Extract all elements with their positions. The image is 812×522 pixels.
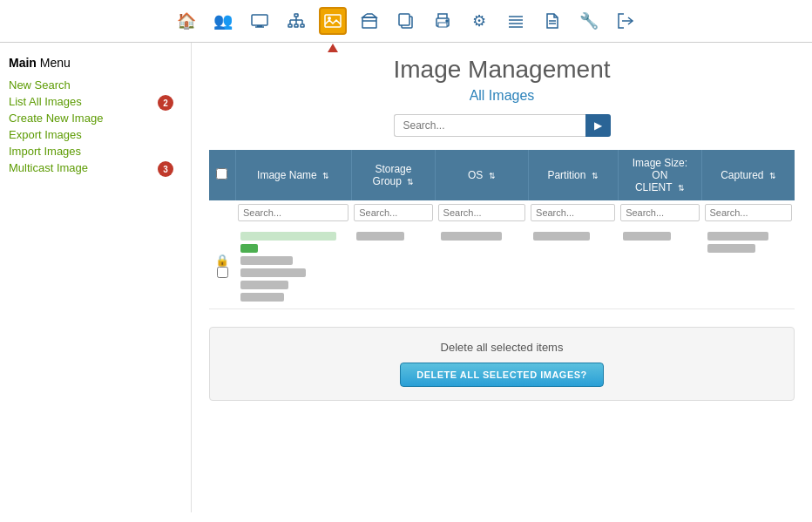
sidebar-item-export-images[interactable]: Export Images bbox=[9, 128, 182, 141]
svg-rect-14 bbox=[362, 17, 376, 28]
print-icon[interactable] bbox=[429, 7, 457, 35]
filter-size-input[interactable] bbox=[620, 204, 699, 221]
filter-name-cell bbox=[235, 200, 351, 225]
network-icon[interactable] bbox=[282, 7, 310, 35]
filter-captured-input[interactable] bbox=[705, 204, 792, 221]
storage-blurred bbox=[356, 232, 404, 241]
captured-blurred2 bbox=[707, 244, 755, 253]
svg-rect-6 bbox=[301, 24, 304, 27]
filter-partition-input[interactable] bbox=[531, 204, 615, 221]
filter-storage-input[interactable] bbox=[354, 204, 432, 221]
list-icon[interactable] bbox=[502, 7, 530, 35]
filter-name-input[interactable] bbox=[238, 204, 348, 221]
top-navigation: 🏠 👥 bbox=[0, 0, 812, 43]
content-area: Image Management All Images ▶ Image Name… bbox=[192, 43, 812, 512]
image-name-blurred2 bbox=[240, 244, 258, 253]
monitor-icon[interactable] bbox=[246, 7, 274, 35]
sidebar-item-multicast[interactable]: Multicast Image 3 bbox=[9, 161, 182, 174]
logout-icon[interactable] bbox=[612, 7, 639, 35]
col-header-size[interactable]: Image Size: ONCLIENT ⇅ bbox=[618, 150, 701, 200]
filter-storage-cell bbox=[351, 200, 435, 225]
row-size-cell bbox=[618, 225, 701, 309]
svg-rect-3 bbox=[294, 14, 298, 17]
svg-rect-17 bbox=[399, 14, 409, 25]
wrench-icon[interactable]: 🔧 bbox=[575, 7, 603, 35]
page-subtitle: All Images bbox=[209, 88, 795, 104]
search-button[interactable]: ▶ bbox=[585, 114, 611, 137]
settings-icon[interactable]: ⚙ bbox=[465, 7, 493, 35]
badge-list-images: 2 bbox=[158, 95, 173, 111]
row-checkbox[interactable] bbox=[217, 267, 228, 278]
filter-captured-cell bbox=[702, 200, 795, 225]
nav-pointer-arrow bbox=[328, 44, 338, 52]
image-sub2 bbox=[240, 268, 306, 277]
row-lock-cell: 🔒 bbox=[209, 225, 235, 309]
lock-icon: 🔒 bbox=[215, 254, 229, 267]
sort-arrows-os: ⇅ bbox=[489, 172, 496, 180]
size-blurred bbox=[623, 232, 671, 241]
sidebar-menu: New Search List All Images 2 Create New … bbox=[9, 78, 182, 174]
col-header-captured[interactable]: Captured ⇅ bbox=[702, 150, 795, 200]
sidebar-title: Main Menu bbox=[9, 56, 182, 70]
svg-rect-5 bbox=[294, 24, 298, 27]
filter-os-input[interactable] bbox=[438, 204, 525, 221]
image-sub3 bbox=[240, 281, 288, 289]
delete-section: Delete all selected items Delete all sel… bbox=[209, 327, 795, 401]
sort-arrows-storage: ⇅ bbox=[407, 178, 414, 186]
image-sub4 bbox=[240, 293, 284, 302]
sidebar-item-import-images[interactable]: Import Images bbox=[9, 145, 182, 158]
image-nav-icon[interactable] bbox=[319, 7, 347, 35]
svg-rect-0 bbox=[252, 15, 267, 25]
sort-arrows-partition: ⇅ bbox=[592, 172, 599, 180]
row-name-cell bbox=[235, 225, 351, 309]
image-name-blurred bbox=[240, 232, 336, 241]
search-bar: ▶ bbox=[209, 114, 795, 137]
search-input[interactable] bbox=[394, 114, 585, 137]
svg-rect-19 bbox=[438, 23, 447, 27]
col-header-storage-group[interactable]: StorageGroup ⇅ bbox=[351, 150, 435, 200]
sidebar: Main Menu New Search List All Images 2 C… bbox=[0, 43, 192, 512]
sort-arrows-captured: ⇅ bbox=[769, 172, 776, 180]
row-os-cell bbox=[436, 225, 528, 309]
copy-icon[interactable] bbox=[392, 7, 420, 35]
sidebar-item-list-images[interactable]: List All Images 2 bbox=[9, 95, 182, 108]
row-partition-cell bbox=[528, 225, 618, 309]
page-title: Image Management bbox=[209, 56, 795, 84]
sort-arrows-name: ⇅ bbox=[322, 172, 329, 180]
partition-blurred bbox=[533, 232, 590, 241]
row-storage-cell bbox=[351, 225, 435, 309]
col-header-image-name[interactable]: Image Name ⇅ bbox=[235, 150, 351, 200]
table-row: 🔒 bbox=[209, 225, 795, 309]
filter-partition-cell bbox=[528, 200, 618, 225]
os-blurred bbox=[441, 232, 502, 241]
filter-os-cell bbox=[436, 200, 528, 225]
filter-lock-cell bbox=[209, 200, 235, 225]
image-sub1 bbox=[240, 256, 293, 265]
images-table: Image Name ⇅ StorageGroup ⇅ OS ⇅ Partiti… bbox=[209, 150, 795, 309]
sidebar-item-new-search[interactable]: New Search bbox=[9, 78, 182, 92]
users-icon[interactable]: 👥 bbox=[209, 7, 237, 35]
row-captured-cell bbox=[702, 225, 795, 309]
svg-rect-12 bbox=[325, 15, 341, 27]
filter-size-cell bbox=[618, 200, 701, 225]
svg-point-20 bbox=[446, 20, 448, 22]
col-header-checkbox bbox=[209, 150, 235, 200]
col-header-os[interactable]: OS ⇅ bbox=[436, 150, 528, 200]
captured-blurred bbox=[707, 232, 768, 241]
select-all-checkbox[interactable] bbox=[216, 168, 227, 180]
doc-icon[interactable] bbox=[538, 7, 566, 35]
col-header-partition[interactable]: Partition ⇅ bbox=[528, 150, 618, 200]
delete-label: Delete all selected items bbox=[223, 341, 781, 354]
home-icon[interactable]: 🏠 bbox=[173, 7, 200, 35]
delete-all-button[interactable]: Delete all selected images? bbox=[400, 363, 604, 387]
filter-row bbox=[209, 200, 795, 225]
sort-arrows-size: ⇅ bbox=[678, 184, 685, 193]
box-icon[interactable] bbox=[355, 7, 383, 35]
main-layout: Main Menu New Search List All Images 2 C… bbox=[0, 43, 812, 512]
svg-rect-4 bbox=[288, 24, 292, 27]
badge-multicast: 3 bbox=[158, 161, 173, 177]
sidebar-item-create-image[interactable]: Create New Image bbox=[9, 112, 182, 125]
